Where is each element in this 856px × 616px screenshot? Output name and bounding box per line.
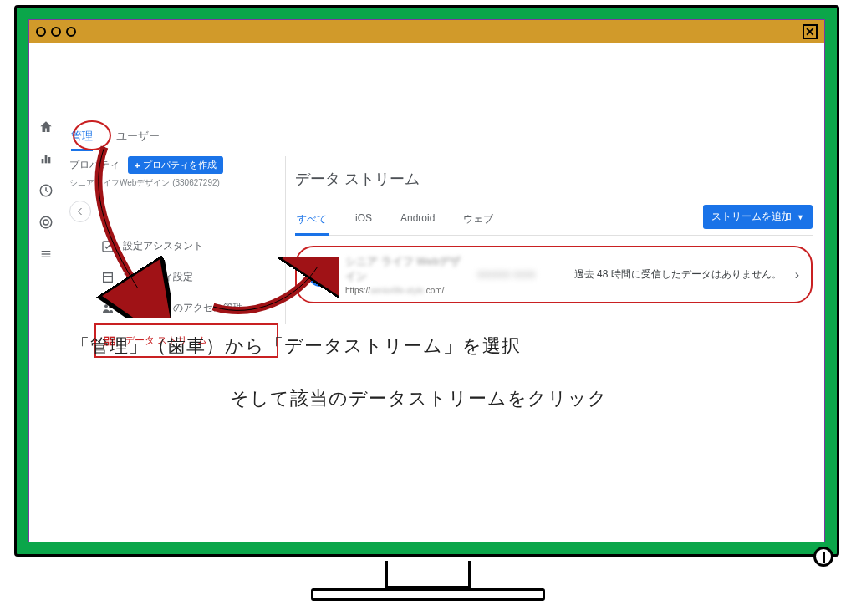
- power-button-icon: [813, 547, 833, 567]
- chevron-down-icon: ▼: [797, 213, 804, 221]
- svg-rect-0: [42, 159, 44, 163]
- filter-ios[interactable]: iOS: [354, 204, 374, 235]
- monitor-frame: ✕ 管理 ユーザー プロパティ プロパティを作成: [14, 5, 839, 557]
- app-canvas: 管理 ユーザー プロパティ プロパティを作成 シニアライフWebデザイン (33…: [29, 43, 824, 542]
- svg-point-5: [43, 220, 48, 225]
- window-titlebar: ✕: [29, 20, 824, 43]
- svg-rect-1: [45, 155, 48, 163]
- add-stream-button[interactable]: ストリームを追加▼: [703, 205, 813, 229]
- window-dot: [51, 27, 61, 37]
- nav-property-settings[interactable]: プロパティ設定: [94, 262, 278, 293]
- square-icon: [101, 271, 115, 284]
- svg-rect-2: [48, 157, 51, 163]
- traffic-lights: [36, 27, 76, 37]
- back-button[interactable]: [69, 201, 91, 222]
- nav-item-label: プロパティ設定: [123, 270, 193, 284]
- close-icon[interactable]: ✕: [802, 24, 818, 39]
- vertical-divider: [285, 156, 286, 324]
- svg-rect-10: [104, 272, 113, 282]
- filter-android[interactable]: Android: [399, 204, 436, 235]
- window-dot: [66, 27, 76, 37]
- tab-user[interactable]: ユーザー: [116, 129, 160, 151]
- globe-icon: [308, 263, 332, 287]
- panel-title: データ ストリーム: [295, 169, 813, 189]
- nav-access-management[interactable]: プロパティのアクセス管理: [94, 293, 278, 323]
- stream-id: 000000 0000: [477, 269, 561, 281]
- chevron-right-icon: ›: [795, 267, 799, 283]
- property-subtitle: シニアライフWebデザイン (330627292): [69, 177, 278, 189]
- clock-icon[interactable]: [38, 182, 54, 199]
- svg-point-4: [40, 216, 52, 228]
- stream-status: 過去 48 時間に受信したデータはありません。: [574, 267, 782, 282]
- nav-setup-assistant[interactable]: 設定アシスタント: [94, 231, 278, 262]
- svg-point-12: [104, 304, 108, 308]
- nav-item-label: 設定アシスタント: [123, 239, 203, 253]
- filter-web[interactable]: ウェブ: [461, 204, 495, 235]
- left-rail: [29, 119, 63, 262]
- target-icon[interactable]: [38, 214, 54, 231]
- caption-1: 「管理」（歯車）から「データストリーム」を選択: [71, 333, 521, 359]
- bar-chart-icon[interactable]: [38, 150, 54, 167]
- caption-2: そして該当のデータストリームをクリック: [230, 386, 608, 411]
- svg-point-13: [109, 305, 111, 308]
- stream-url: https://seniorlife-style.com/: [345, 286, 464, 295]
- check-icon: [101, 240, 115, 253]
- main-panel: データ ストリーム すべて iOS Android ウェブ ストリームを追加▼: [295, 169, 813, 303]
- create-property-button[interactable]: プロパティを作成: [128, 156, 223, 174]
- nav-item-label: プロパティのアクセス管理: [123, 301, 243, 315]
- stream-row[interactable]: シニア ライフ Webデザイン https://seniorlife-style…: [295, 246, 813, 303]
- property-column: プロパティ プロパティを作成 シニアライフWebデザイン (330627292)…: [69, 156, 278, 358]
- stream-filter-tabs: すべて iOS Android ウェブ: [295, 204, 495, 235]
- filter-all[interactable]: すべて: [295, 204, 329, 236]
- monitor-screen: ✕ 管理 ユーザー プロパティ プロパティを作成: [28, 19, 825, 542]
- annotation-circle: [73, 120, 111, 150]
- home-icon[interactable]: [38, 119, 54, 135]
- people-icon: [101, 302, 115, 315]
- monitor-stand: [311, 561, 545, 601]
- list-icon[interactable]: [38, 246, 54, 262]
- property-label: プロパティ: [69, 158, 120, 172]
- window-dot: [36, 27, 46, 37]
- stream-name: シニア ライフ Webデザイン: [345, 254, 464, 284]
